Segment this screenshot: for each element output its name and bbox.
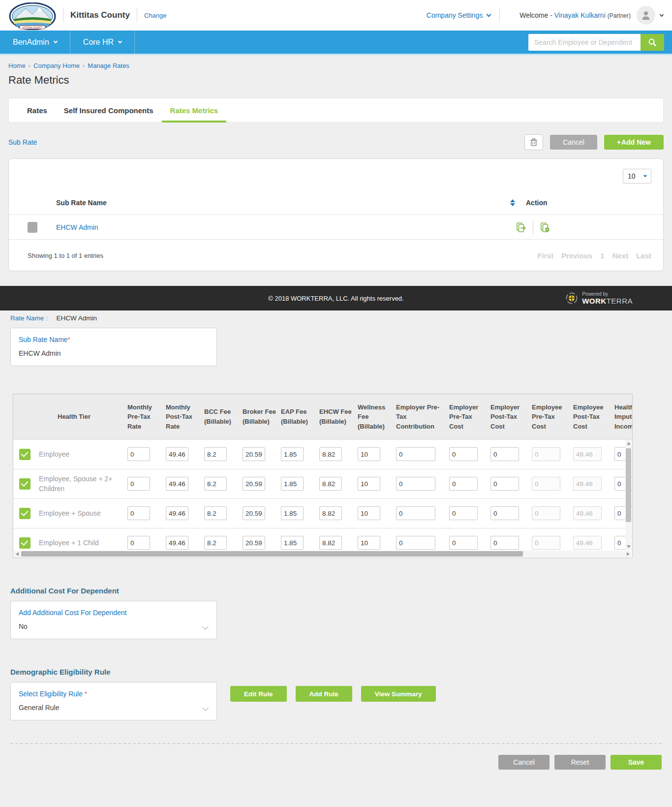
ehcw-fee-input[interactable] <box>319 447 342 461</box>
employer-posttax-cost-input[interactable] <box>490 477 519 491</box>
eap-fee-input[interactable] <box>281 506 304 520</box>
broker-fee-input[interactable] <box>243 506 265 520</box>
employer-posttax-cost-input[interactable] <box>490 447 519 461</box>
tab-rates-metrics[interactable]: Rates Metrics <box>162 98 227 123</box>
search-input[interactable] <box>528 34 641 51</box>
row-checkbox[interactable] <box>28 222 37 233</box>
sort-icon[interactable] <box>510 199 515 206</box>
sub-rate-name-link[interactable]: EHCW Admin <box>56 223 515 231</box>
broker-fee-input[interactable] <box>243 536 265 550</box>
sub-rate-toolbar: Sub Rate Cancel +Add New <box>8 134 664 150</box>
ehcw-fee-input[interactable] <box>319 536 342 550</box>
broker-fee-input[interactable] <box>243 477 265 491</box>
export-rate-icon[interactable] <box>515 221 527 233</box>
user-name-link[interactable]: Vinayak Kulkarni <box>554 11 606 19</box>
employer-pretax-contribution-input[interactable] <box>396 477 435 491</box>
ehcw-fee-input[interactable] <box>319 506 342 520</box>
bcc-fee-input[interactable] <box>204 447 227 461</box>
pagination-page-1[interactable]: 1 <box>600 251 604 260</box>
tabs-bar: Rates Self Insured Components Rates Metr… <box>8 98 664 123</box>
column-header-employer-posttax-cost: Employer Post-Tax Cost <box>489 394 531 439</box>
monthly-pretax-rate-input[interactable] <box>127 447 150 461</box>
vertical-scrollbar-thumb[interactable] <box>626 448 631 522</box>
tab-rates[interactable]: Rates <box>19 98 56 123</box>
employer-pretax-contribution-input[interactable] <box>396 506 435 520</box>
company-settings-menu[interactable]: Company Settings <box>427 11 490 19</box>
monthly-posttax-rate-input[interactable] <box>166 536 188 550</box>
scroll-up-arrow-icon[interactable] <box>627 442 631 445</box>
employer-posttax-cost-input[interactable] <box>490 536 519 550</box>
horizontal-scrollbar-thumb[interactable] <box>21 551 523 557</box>
employer-pretax-contribution-input[interactable] <box>396 447 435 461</box>
user-avatar[interactable] <box>637 6 655 25</box>
tier-checkbox[interactable] <box>19 537 31 549</box>
monthly-posttax-rate-input[interactable] <box>166 477 188 491</box>
employer-posttax-cost-input[interactable] <box>490 506 519 520</box>
bcc-fee-input[interactable] <box>204 506 227 520</box>
employer-pretax-cost-input[interactable] <box>449 477 478 491</box>
pagination-next[interactable]: Next <box>612 251 629 260</box>
tier-checkbox[interactable] <box>19 508 31 519</box>
scroll-left-arrow-icon[interactable] <box>16 552 19 556</box>
add-rule-button[interactable]: Add Rule <box>296 686 352 702</box>
monthly-pretax-rate-input[interactable] <box>127 506 150 520</box>
eap-fee-input[interactable] <box>281 477 304 491</box>
breadcrumb-home[interactable]: Home <box>8 62 26 69</box>
form-save-button[interactable]: Save <box>611 755 662 770</box>
wellness-fee-input[interactable] <box>358 477 380 491</box>
view-summary-button[interactable]: View Summary <box>361 686 436 702</box>
add-new-button[interactable]: +Add New <box>604 135 664 150</box>
copy-rate-icon[interactable] <box>539 221 551 233</box>
vertical-scrollbar[interactable] <box>625 440 632 550</box>
tab-self-insured-components[interactable]: Self Insured Components <box>56 98 162 123</box>
tier-checkbox[interactable] <box>19 478 31 490</box>
change-company-link[interactable]: Change <box>144 12 167 19</box>
employer-pretax-cost-input[interactable] <box>449 536 478 550</box>
employee-pretax-cost-input <box>532 477 560 491</box>
column-header-ehcw-fee: EHCW Fee (Billable) <box>318 394 357 439</box>
pagination-first[interactable]: First <box>537 251 553 260</box>
eap-fee-input[interactable] <box>281 447 304 461</box>
scroll-right-arrow-icon[interactable] <box>627 552 630 556</box>
bcc-fee-input[interactable] <box>204 536 227 550</box>
breadcrumb-manage-rates[interactable]: Manage Rates <box>88 62 129 69</box>
eligibility-rule-select[interactable]: Select Eligibility Rule * General Rule <box>10 682 217 720</box>
additional-cost-select[interactable]: Add Additional Cost For Dependent No <box>10 601 217 639</box>
monthly-pretax-rate-input[interactable] <box>127 536 150 550</box>
tier-checkbox[interactable] <box>19 449 31 460</box>
bcc-fee-input[interactable] <box>204 477 227 491</box>
page-size-select[interactable]: 10 <box>623 169 651 184</box>
wellness-fee-input[interactable] <box>358 447 380 461</box>
monthly-posttax-rate-input[interactable] <box>166 447 188 461</box>
scroll-down-arrow-icon[interactable] <box>627 545 631 548</box>
edit-rule-button[interactable]: Edit Rule <box>230 686 287 702</box>
form-reset-button[interactable]: Reset <box>554 755 606 770</box>
pagination-previous[interactable]: Previous <box>561 251 592 260</box>
delete-sub-rate-button[interactable] <box>524 134 543 150</box>
employer-pretax-cost-input[interactable] <box>449 506 478 520</box>
nav-item-core-hr[interactable]: Core HR <box>70 30 135 55</box>
eligibility-buttons: Edit Rule Add Rule View Summary <box>230 686 436 702</box>
nav-item-label: BenAdmin <box>13 38 49 47</box>
main-nav: BenAdmin Core HR <box>0 31 672 55</box>
table-footer: Showing 1 to 1 of 1 entries First Previo… <box>9 240 663 260</box>
employer-pretax-cost-input[interactable] <box>449 447 478 461</box>
wellness-fee-input[interactable] <box>358 536 380 550</box>
eap-fee-input[interactable] <box>281 536 304 550</box>
employer-pretax-contribution-input[interactable] <box>396 536 435 550</box>
form-cancel-button[interactable]: Cancel <box>498 755 550 770</box>
search-button[interactable] <box>641 34 664 51</box>
sub-rate-name-field-value[interactable]: EHCW Admin <box>19 349 209 357</box>
chevron-down-icon <box>54 39 58 43</box>
pagination-last[interactable]: Last <box>636 251 651 260</box>
ehcw-fee-input[interactable] <box>319 477 342 491</box>
horizontal-scrollbar[interactable] <box>14 551 632 557</box>
breadcrumb-company-home[interactable]: Company Home <box>33 62 80 69</box>
broker-fee-input[interactable] <box>243 447 265 461</box>
monthly-posttax-rate-input[interactable] <box>166 506 188 520</box>
monthly-pretax-rate-input[interactable] <box>127 477 150 491</box>
cancel-button[interactable]: Cancel <box>550 135 597 150</box>
nav-item-benadmin[interactable]: BenAdmin <box>0 30 70 55</box>
wellness-fee-input[interactable] <box>358 506 380 520</box>
user-menu-chevron-icon[interactable] <box>660 12 664 16</box>
